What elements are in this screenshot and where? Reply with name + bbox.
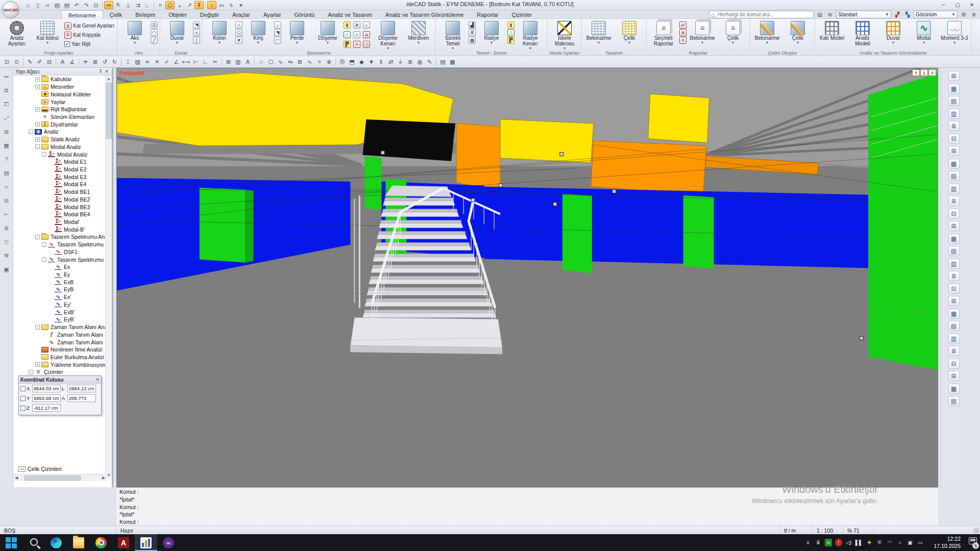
result-display-icon[interactable]: ▦ xyxy=(948,384,960,394)
scroll-right-icon[interactable]: ▶ xyxy=(101,475,107,480)
tree-item-zaman-tan-m-alan-fonksiyonlar[interactable]: ƒZaman Tanım Alanı Fonksiyonları xyxy=(13,331,105,338)
slab-edge-icon[interactable]: ◳ xyxy=(363,41,370,48)
tree-expander-icon[interactable]: + xyxy=(35,362,40,367)
panel-list-icon[interactable]: ≔ xyxy=(2,72,12,81)
ribbon-button-analiz-tasar-m[interactable]: ϟAnaliz Tasarım▼ xyxy=(974,20,980,50)
panel-icon[interactable]: ▤ xyxy=(438,57,448,66)
result-display-icon[interactable]: ⊞ xyxy=(948,146,960,156)
volume-icon[interactable]: ◁) xyxy=(845,539,852,546)
tree-item-modal-b[interactable]: Σ+Modal-B' xyxy=(13,226,105,233)
tab-birle-im[interactable]: Birleşim xyxy=(129,10,162,19)
column-pour-icon[interactable]: ▼ xyxy=(235,37,242,44)
autocad-app[interactable]: A xyxy=(112,534,135,551)
tab-raporlar[interactable]: Raporlar xyxy=(470,10,505,19)
viewport-3d[interactable]: Perspektif Y1V xyxy=(116,68,938,487)
result-display-icon[interactable]: ⊞ xyxy=(948,296,960,306)
chart-icon[interactable]: ∿ xyxy=(305,57,314,66)
merge-icon[interactable]: ⊞ xyxy=(2,127,12,136)
result-display-icon[interactable]: ▤ xyxy=(948,321,960,331)
result-display-icon[interactable]: ▦ xyxy=(948,309,960,319)
pin-icon[interactable]: ⊼ xyxy=(97,69,104,74)
x-checkbox[interactable] xyxy=(20,386,26,391)
ribbon-button-d-eme-kenar[interactable]: Döşeme Kenarı▼ xyxy=(373,20,403,50)
result-display-icon[interactable]: ≣ xyxy=(948,271,960,281)
tree-expander-icon[interactable]: - xyxy=(42,242,46,247)
ribbon-button-kiri[interactable]: Kiriş▼ xyxy=(243,20,273,50)
paste-objects-icon[interactable]: ⧠ xyxy=(2,99,12,109)
wall-corner-icon[interactable]: ◥ xyxy=(193,21,200,29)
tree-item-partial[interactable]: ▭ Çelik Çizimleri xyxy=(18,466,62,472)
coordbox-close-icon[interactable]: ✕ xyxy=(95,377,100,382)
corner-icon[interactable]: ∟ xyxy=(201,57,210,66)
tree-item-tasar-m-spektrumu-durumu[interactable]: -∿Tasarım Spektrumu Durumu xyxy=(13,256,105,263)
result-display-icon[interactable]: ⊞ xyxy=(948,71,960,81)
axis-angle-icon[interactable]: Ⓐ xyxy=(151,21,158,29)
tree-item-y-kleme-kombinasyonlar[interactable]: +Yükleme Kombinasyonları xyxy=(13,361,105,368)
mirror-icon[interactable]: ⇋ xyxy=(285,57,295,66)
slab-axes-icon[interactable]: ⌗ xyxy=(353,31,360,38)
ribbon-button-radye[interactable]: Radye▼ xyxy=(477,20,506,50)
close-button[interactable]: ✕ xyxy=(965,0,979,9)
page-icon[interactable]: ▤ xyxy=(816,11,824,18)
tree-item-ey[interactable]: ∿Ey xyxy=(13,271,105,279)
scroll-left-icon[interactable]: ◀ xyxy=(13,475,19,480)
folder2-icon[interactable]: ▣ xyxy=(2,265,12,274)
ribbon-button-duvar[interactable]: Duvar▼ xyxy=(878,20,908,50)
panel-close-icon[interactable]: ✕ xyxy=(104,69,110,74)
columns-icon[interactable]: ▥ xyxy=(233,57,243,66)
chart-red-icon[interactable]: ▞ xyxy=(893,11,901,18)
tree-item-zaman-tan-m-alan-analizi[interactable]: -Zaman Tanım Alanı Analizi xyxy=(13,323,105,331)
tree-item-tasar-m-spektrumu[interactable]: -∿Tasarım Spektrumu xyxy=(13,241,105,248)
hatch-icon[interactable]: ▨ xyxy=(133,57,142,66)
ribbon-button-kat-listesi[interactable]: Kat listesi▼ xyxy=(33,20,62,50)
result-display-icon[interactable]: ▥ xyxy=(948,334,960,344)
ribbon-small-yar-rijit[interactable]: ✔Yarı Rijit xyxy=(63,40,115,48)
viewport-button-1[interactable]: 1 xyxy=(920,69,928,76)
tree-item-s-n-m-elemanlar[interactable]: ≡Sönüm Elemanları xyxy=(13,113,105,121)
beam-arc-icon[interactable]: ◠ xyxy=(274,37,281,44)
result-display-icon[interactable]: ⊟ xyxy=(948,134,960,144)
length-field[interactable]: 2964.13 cm xyxy=(67,385,96,392)
report-refresh-icon[interactable]: ⇄ xyxy=(679,21,687,29)
y-checkbox[interactable] xyxy=(20,396,26,401)
layers2-icon[interactable]: ≣ xyxy=(2,223,12,233)
zoom-extents-icon[interactable]: ⊞ xyxy=(90,57,100,66)
tab-ara-lar[interactable]: Araçlar xyxy=(226,10,257,19)
report-doc-icon[interactable]: ≞ xyxy=(679,37,687,44)
z-checkbox[interactable] xyxy=(20,406,26,411)
tree-item-modal-e4[interactable]: Σ+Modal E4 xyxy=(13,181,105,188)
bulb-icon[interactable]: ⦿ xyxy=(337,57,347,66)
ribbon-small-kat-kopyala[interactable]: ⧉Kat Kopyala xyxy=(63,31,115,39)
tree-item-ex[interactable]: ∿Ex' xyxy=(13,293,105,301)
transform-icon[interactable]: ⤢ xyxy=(2,113,12,122)
tree-expander-icon[interactable]: - xyxy=(35,325,40,330)
tab-de-i-tir[interactable]: Değiştir xyxy=(193,10,226,19)
tree-item-exb[interactable]: ∿ExB' xyxy=(13,308,105,316)
snap-a-icon[interactable]: A xyxy=(58,57,67,66)
align-top-icon[interactable]: ⌶ xyxy=(123,57,133,66)
result-display-icon[interactable]: ▥ xyxy=(948,109,960,119)
result-display-icon[interactable]: ⊟ xyxy=(948,284,960,294)
ribbon-button-elik[interactable]: Çelik▼ xyxy=(783,20,813,50)
view-combo[interactable]: Görünüm▼ xyxy=(914,11,958,18)
copy-objects-icon[interactable]: ⧉ xyxy=(2,86,12,95)
tab-g-r-nt[interactable]: Görüntü xyxy=(288,10,322,19)
ruler2-icon[interactable]: ⊢ xyxy=(2,210,12,219)
slab-slope-icon[interactable]: ≷ xyxy=(353,21,360,29)
maximize-button[interactable]: ▢ xyxy=(950,0,965,9)
pour-icon[interactable]: ▼ xyxy=(366,57,376,66)
text-a-icon[interactable]: A xyxy=(243,57,253,66)
tree-expander-icon[interactable]: - xyxy=(42,152,46,157)
tree-item-modal-e1[interactable]: Σ+Modal E1 xyxy=(13,158,105,166)
tree-vertical-scrollbar[interactable]: ▲ ▼ xyxy=(105,76,112,479)
globe-icon[interactable]: ◍ xyxy=(415,57,425,66)
table2-icon[interactable]: ⊟ xyxy=(2,196,12,205)
axis-line-icon[interactable]: ╱ xyxy=(151,37,158,44)
tree-expander-icon[interactable]: + xyxy=(35,85,40,89)
tab-izimler[interactable]: Çizimler xyxy=(505,10,538,19)
result-display-icon[interactable]: ▤ xyxy=(948,246,960,256)
display-icon[interactable]: ▭ xyxy=(917,539,924,546)
material-icon[interactable]: ◆ xyxy=(357,57,366,66)
slab-section-icon[interactable]: ≞ xyxy=(353,41,360,48)
query-icon[interactable]: ? xyxy=(2,155,12,164)
